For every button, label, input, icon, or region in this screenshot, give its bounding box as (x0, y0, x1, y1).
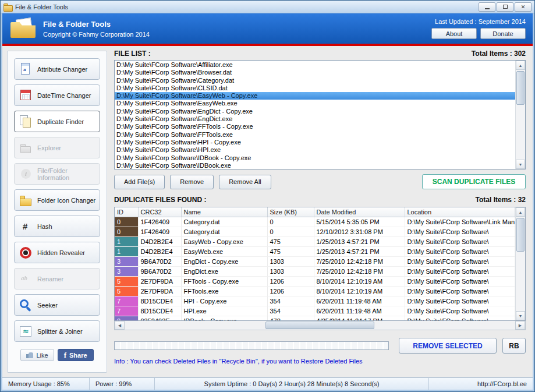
sidebar-item-hash[interactable]: Hash (14, 216, 100, 237)
dup-row[interactable]: 78D15CDE4HPI - Copy.exe3546/20/2011 11:1… (115, 296, 515, 306)
dup-cell: 1303 (267, 267, 314, 277)
close-button[interactable]: ✕ (515, 2, 532, 12)
dup-table-hscroll-thumb[interactable] (265, 322, 375, 329)
dup-table-hscrollbar[interactable]: ◀ ▶ (114, 321, 526, 330)
dup-table-scroll-thumb[interactable] (516, 218, 525, 252)
dup-column-header-size-kb[interactable]: Size (KB) (267, 207, 314, 217)
dup-cell: 3 (115, 267, 138, 277)
content: Attribute ChangerDateTime ChangerDuplica… (2, 46, 533, 377)
dup-column-header-date-modified[interactable]: Date Modified (314, 207, 405, 217)
dup-cell: 6/20/2011 11:19:48 AM (314, 296, 405, 306)
explorer-icon (17, 141, 34, 155)
dup-cell: 8/10/2014 12:10:19 AM (314, 287, 405, 296)
dup-cell: 0 (267, 217, 314, 227)
dup-cell: D:\My Suite\FCorp Software\ (405, 227, 515, 237)
file-list-item[interactable]: D:\My Suite\FCorp Software\EngDict - Cop… (115, 108, 515, 115)
dup-row[interactable]: 78D15CDE4HPI.exe3546/20/2011 11:19:48 AM… (115, 306, 515, 316)
sidebar-item-attribute-changer[interactable]: Attribute Changer (14, 58, 100, 80)
dup-row[interactable]: 99352493EIDBook - Copy.exe4784/25/2014 1… (115, 316, 515, 322)
dup-column-header-crc32[interactable]: CRC32 (138, 207, 181, 217)
sidebar-item-splitter-joiner[interactable]: Splitter & Joiner (14, 320, 100, 342)
dup-cell: D4D2B2E4 (138, 237, 181, 247)
maximize-button[interactable] (497, 2, 513, 12)
file-list-item[interactable]: D:\My Suite\FCorp Software\IDBook.exe (115, 162, 515, 169)
file-list-item[interactable]: D:\My Suite\FCorp Software\CLSID.dat (115, 84, 515, 92)
file-list-scrollbar[interactable]: ▲ ▼ (515, 61, 525, 169)
share-button[interactable]: f Share (58, 349, 94, 361)
dup-cell: D:\My Suite\FCorp Software\ (405, 296, 515, 306)
file-list-scroll-thumb[interactable] (516, 71, 525, 105)
remove-selected-button[interactable]: REMOVE SELECTED (399, 338, 497, 354)
scroll-left-icon[interactable]: ◀ (115, 321, 125, 330)
file-list-item[interactable]: D:\My Suite\FCorp Software\EngDict.exe (115, 115, 515, 123)
dup-cell: 7/25/2010 12:42:18 PM (314, 267, 405, 277)
dup-row[interactable]: 39B6A70D2EngDict.exe13037/25/2010 12:42:… (115, 267, 515, 277)
scroll-up-icon[interactable]: ▲ (516, 207, 525, 217)
like-button[interactable]: Like (20, 349, 54, 361)
dup-cell: 0 (115, 227, 138, 237)
sidebar-item-folder-icon-changer[interactable]: Folder Icon Changer (14, 189, 100, 211)
file-list-item[interactable]: D:\My Suite\FCorp Software\FFTools.exe (115, 131, 515, 139)
donate-button[interactable]: Donate (480, 28, 526, 39)
info-text: Info : You can check Deleted Files in ''… (114, 358, 526, 365)
add-files-button[interactable]: Add File(s) (114, 175, 165, 189)
file-list-item[interactable]: D:\My Suite\FCorp Software\HPI.exe (115, 146, 515, 154)
file-list-item[interactable]: D:\My Suite\FCorp Software\FFTools - Cop… (115, 123, 515, 130)
attribute-changer-icon (17, 62, 34, 76)
dup-row[interactable]: 01F426409Category.dat012/10/2012 3:31:08… (115, 227, 515, 237)
dup-cell: 1206 (267, 287, 314, 296)
dup-table-hscroll-track[interactable] (125, 321, 515, 330)
remove-all-button[interactable]: Remove All (219, 175, 271, 189)
file-list-item[interactable]: D:\My Suite\FCorp Software\Affiliator.ex… (115, 61, 515, 69)
about-button[interactable]: About (431, 28, 477, 39)
recycle-bin-button[interactable]: RB (502, 338, 526, 354)
dup-column-header-location[interactable]: Location (405, 207, 515, 217)
file-folder-information-icon (17, 167, 34, 181)
dup-cell: IDBook - Copy.exe (181, 316, 267, 322)
duplicate-finder-icon (17, 115, 34, 129)
scroll-down-icon[interactable]: ▼ (516, 160, 525, 169)
dup-table-box: IDCRC32NameSize (KB)Date ModifiedLocatio… (114, 207, 526, 321)
dup-cell: EasyWeb - Copy.exe (181, 237, 267, 247)
maximize-icon (503, 5, 508, 9)
scroll-down-icon[interactable]: ▼ (516, 311, 525, 320)
file-list-item[interactable]: D:\My Suite\FCorp Software\EasyWeb - Cop… (115, 92, 515, 100)
dup-row[interactable]: 39B6A70D2EngDict - Copy.exe13037/25/2010… (115, 257, 515, 267)
dup-cell: 5 (115, 277, 138, 287)
header-copyright: Copyright © Fahmy Corporation 2014 (43, 31, 150, 38)
sidebar-item-datetime-changer[interactable]: DateTime Changer (14, 84, 100, 106)
scroll-right-icon[interactable]: ▶ (515, 321, 525, 330)
dup-column-header-id[interactable]: ID (115, 207, 138, 217)
sidebar-item-seeker[interactable]: Seeker (14, 294, 100, 316)
dup-cell: Category.dat (181, 217, 267, 227)
scan-duplicate-files-button[interactable]: SCAN DUPLICATE FILES (422, 174, 526, 189)
dup-cell: EasyWeb.exe (181, 247, 267, 257)
file-list-item[interactable]: D:\My Suite\FCorp Software\HPI - Copy.ex… (115, 139, 515, 146)
folder-icon-changer-icon (17, 193, 34, 207)
dup-table-scrollbar[interactable]: ▲ ▼ (515, 207, 525, 320)
dup-row[interactable]: 01F426409Category.dat05/15/2014 5:35:05 … (115, 217, 515, 227)
file-list-item[interactable]: D:\My Suite\FCorp Software\EasyWeb.exe (115, 100, 515, 107)
remove-button[interactable]: Remove (170, 175, 214, 189)
file-list-scroll-track[interactable] (516, 70, 525, 160)
sidebar-item-duplicate-finder[interactable]: Duplicate Finder (14, 111, 100, 132)
dup-row[interactable]: 1D4D2B2E4EasyWeb - Copy.exe4751/25/2013 … (115, 237, 515, 247)
dup-table-scroll-track[interactable] (516, 217, 525, 311)
dup-row[interactable]: 52E7DF9DAFFTools - Copy.exe12068/10/2014… (115, 277, 515, 287)
sidebar-item-label: Folder Icon Changer (37, 197, 95, 204)
sidebar-item-hidden-revealer[interactable]: Hidden Revealer (14, 242, 100, 263)
dup-row[interactable]: 1D4D2B2E4EasyWeb.exe4751/25/2013 4:57:21… (115, 247, 515, 257)
dup-cell: 1303 (267, 257, 314, 267)
dup-column-header-name[interactable]: Name (181, 207, 267, 217)
dup-cell: 9 (115, 316, 138, 322)
file-list-item[interactable]: D:\My Suite\FCorp Software\Browser.dat (115, 69, 515, 76)
file-list-item[interactable]: D:\My Suite\FCorp Software\Category.dat (115, 77, 515, 84)
minimize-button[interactable] (479, 2, 495, 12)
scroll-up-icon[interactable]: ▲ (516, 61, 525, 70)
minimize-icon (485, 8, 490, 9)
file-list-item[interactable]: D:\My Suite\FCorp Software\IDBook - Copy… (115, 154, 515, 162)
dup-cell: 1206 (267, 277, 314, 287)
dup-row[interactable]: 52E7DF9DAFFTools.exe12068/10/2014 12:10:… (115, 287, 515, 296)
status-url[interactable]: http://FCorp.bl.ee (429, 378, 533, 390)
dup-cell: HPI.exe (181, 306, 267, 316)
